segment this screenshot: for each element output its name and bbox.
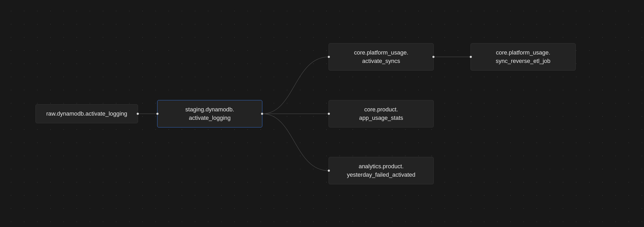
node-label: analytics.product.yesterday_failed_activ… [347, 162, 416, 179]
port-output[interactable] [137, 113, 139, 115]
node-label: core.platform_usage.activate_syncs [354, 48, 408, 65]
node-staging-dynamodb-activate-logging[interactable]: staging.dynamodb.activate_logging [157, 100, 262, 127]
node-label: core.platform_usage.sync_reverse_etl_job [496, 48, 550, 65]
graph-canvas[interactable]: { "nodes": { "raw": { "label_line1": "ra… [0, 0, 644, 227]
node-label: core.product.app_usage_stats [359, 105, 403, 122]
edge-staging-syncs [262, 57, 329, 114]
node-core-platform-usage-sync-reverse-etl-job[interactable]: core.platform_usage.sync_reverse_etl_job [471, 43, 576, 71]
node-analytics-product-yesterday-failed-activated[interactable]: analytics.product.yesterday_failed_activ… [329, 157, 434, 184]
port-output[interactable] [432, 56, 435, 58]
port-input[interactable] [328, 56, 330, 58]
port-output[interactable] [261, 113, 263, 115]
node-raw-dynamodb-activate-logging[interactable]: raw.dynamodb.activate_logging [35, 104, 138, 123]
port-input[interactable] [328, 170, 330, 172]
port-input[interactable] [156, 113, 159, 115]
node-core-product-app-usage-stats[interactable]: core.product.app_usage_stats [329, 100, 434, 127]
node-label: staging.dynamodb.activate_logging [185, 105, 234, 122]
node-label: raw.dynamodb.activate_logging [46, 110, 127, 118]
node-core-platform-usage-activate-syncs[interactable]: core.platform_usage.activate_syncs [329, 43, 434, 71]
edge-staging-failed [262, 114, 329, 171]
port-input[interactable] [328, 113, 330, 115]
port-input[interactable] [470, 56, 472, 58]
